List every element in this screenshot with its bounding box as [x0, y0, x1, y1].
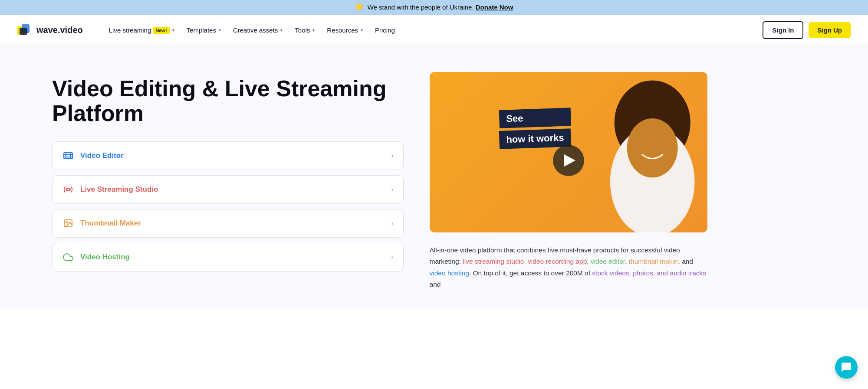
chevron-down-icon: ▾ — [172, 28, 174, 33]
chevron-right-icon: › — [391, 186, 393, 193]
nav-item-tools[interactable]: Tools ▾ — [289, 23, 320, 37]
chevron-right-icon: › — [391, 219, 393, 227]
cloud-icon — [62, 251, 74, 263]
chevron-down-icon: ▾ — [361, 28, 363, 33]
nav-actions: Sign In Sign Up — [763, 21, 851, 39]
chevron-down-icon: ▾ — [312, 28, 315, 33]
sign-up-button[interactable]: Sign Up — [809, 22, 851, 38]
feature-label-video-hosting: Video Hosting — [80, 253, 130, 262]
svg-rect-2 — [20, 28, 27, 35]
feature-label-thumbnail-maker: Thumbnail Maker — [80, 219, 141, 228]
chevron-down-icon: ▾ — [280, 28, 283, 33]
link-thumbnail-maker[interactable]: thumbnail maker — [629, 258, 678, 265]
svg-point-13 — [627, 118, 678, 177]
hero-section: Video Editing & Live Streaming Platform — [0, 46, 868, 307]
nav-links: Live streaming New! ▾ Templates ▾ Creati… — [104, 23, 763, 37]
donate-link[interactable]: Donate Now — [476, 3, 513, 11]
svg-point-8 — [67, 188, 69, 191]
ukraine-banner: 💛 We stand with the people of Ukraine. D… — [0, 0, 868, 15]
hero-left: Video Editing & Live Streaming Platform — [52, 72, 404, 290]
blue-accent-decoration — [790, 76, 825, 237]
hero-description: All-in-one video platform that combines … — [430, 245, 707, 290]
logo-text: wave.video — [36, 25, 83, 35]
broadcast-icon — [62, 183, 74, 196]
hero-right: See how it works All-in-one video platfo… — [430, 72, 816, 290]
feature-list: Video Editor › Live — [52, 141, 404, 271]
feature-label-video-editor: Video Editor — [80, 151, 124, 160]
feature-video-editor[interactable]: Video Editor › — [52, 141, 404, 170]
link-stock-assets[interactable]: stock videos, photos, and audio tracks — [592, 269, 706, 277]
banner-text: We stand with the people of Ukraine. — [368, 3, 474, 11]
feature-label-live-streaming: Live Streaming Studio — [80, 185, 158, 194]
nav-item-creative-assets[interactable]: Creative assets ▾ — [228, 23, 288, 37]
link-video-editor[interactable]: video editor — [591, 258, 625, 265]
image-icon — [62, 217, 74, 229]
how-text: how it works — [499, 128, 571, 149]
nav-item-resources[interactable]: Resources ▾ — [322, 23, 368, 37]
nav-item-live-streaming[interactable]: Live streaming New! ▾ — [104, 23, 180, 37]
svg-rect-3 — [64, 153, 72, 159]
feature-live-streaming[interactable]: Live Streaming Studio › — [52, 175, 404, 204]
link-video-hosting[interactable]: video hosting — [430, 269, 469, 277]
nav-item-pricing[interactable]: Pricing — [370, 23, 400, 37]
play-button[interactable] — [553, 145, 584, 176]
hero-title: Video Editing & Live Streaming Platform — [52, 76, 404, 126]
nav-item-templates[interactable]: Templates ▾ — [181, 23, 226, 37]
svg-point-10 — [66, 222, 67, 223]
heart-icon: 💛 — [355, 3, 363, 11]
logo-icon — [17, 24, 33, 36]
feature-thumbnail-maker[interactable]: Thumbnail Maker › — [52, 209, 404, 238]
chevron-right-icon: › — [391, 152, 393, 160]
chevron-right-icon: › — [391, 253, 393, 261]
link-live-streaming[interactable]: live streaming studio, video recording a… — [463, 258, 587, 265]
logo[interactable]: wave.video — [17, 24, 83, 36]
main-nav: wave.video Live streaming New! ▾ Templat… — [0, 15, 868, 46]
sign-in-button[interactable]: Sign In — [763, 21, 803, 39]
see-how-badge: See how it works — [499, 109, 571, 148]
film-icon — [62, 150, 74, 162]
feature-video-hosting[interactable]: Video Hosting › — [52, 243, 404, 271]
see-text: See — [499, 108, 571, 128]
chevron-down-icon: ▾ — [219, 28, 221, 33]
new-badge: New! — [153, 27, 169, 34]
video-thumbnail[interactable]: See how it works — [430, 72, 707, 232]
